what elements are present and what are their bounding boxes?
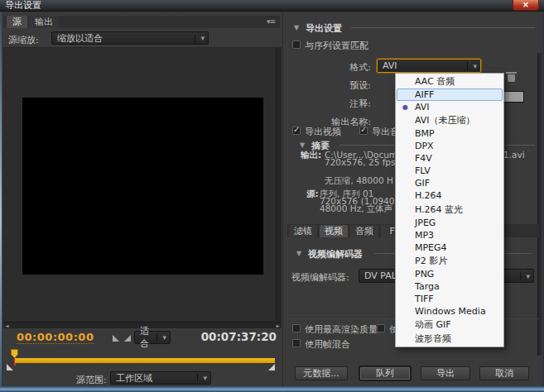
window-edge-left <box>0 12 2 386</box>
frame-blend-label: 使用帧混合 <box>305 338 350 351</box>
source-range-label: 源范围: <box>76 374 107 386</box>
use-previews-checkbox[interactable] <box>377 324 385 332</box>
format-option[interactable]: AAC 音频 <box>397 74 503 88</box>
format-option[interactable]: AIFF <box>397 88 503 101</box>
format-option[interactable]: Targa <box>397 280 503 293</box>
codec-triangle-icon[interactable]: ▼ <box>296 250 301 257</box>
format-option[interactable]: PNG <box>397 268 503 280</box>
duration-timecode: 00:07:37:20 <box>197 330 277 343</box>
zoom-fit-dropdown[interactable]: 适合 <box>134 331 171 344</box>
format-option[interactable]: F4V <box>397 152 503 165</box>
format-label: 格式: <box>282 61 371 74</box>
match-sequence-checkbox[interactable] <box>292 41 301 49</box>
preset-label: 预设: <box>282 79 371 92</box>
selected-radio-icon <box>401 255 411 267</box>
comment-input[interactable] <box>503 91 524 103</box>
export-video-label: 导出视频 <box>305 126 341 138</box>
selected-radio-icon <box>401 178 411 189</box>
current-timecode[interactable]: 00:00:00:00 <box>17 331 94 344</box>
format-option[interactable]: JPEG <box>397 217 503 229</box>
source-range-dropdown[interactable]: 工作区域 <box>110 371 211 385</box>
scroll-left-icon[interactable]: ◄ <box>5 323 9 329</box>
format-option[interactable]: MP3 <box>397 229 503 241</box>
preview-vertical-scrollbar[interactable] <box>276 47 282 322</box>
panel-menu-icon[interactable]: ▾≡ <box>263 17 278 26</box>
selected-radio-icon <box>401 230 411 241</box>
max-quality-label: 使用最高渲染质量 <box>305 323 378 336</box>
source-scaling-label: 源缩放: <box>8 34 39 46</box>
settings-tab[interactable]: 音频 <box>350 225 378 237</box>
summary-output-label: 输出: <box>301 150 321 161</box>
format-option[interactable]: AVI（未压缩） <box>397 113 503 127</box>
summary-output-detail2: 无压缩, 48000 H <box>325 175 393 187</box>
delete-preset-icon[interactable] <box>508 74 515 82</box>
selected-radio-icon <box>401 332 411 345</box>
selected-radio-icon <box>401 281 411 292</box>
format-option[interactable]: 动画 GIF <box>397 318 503 332</box>
work-area-right-handle[interactable] <box>268 364 275 370</box>
format-option[interactable]: P2 影片 <box>397 254 503 268</box>
in-point-icon[interactable] <box>113 335 119 342</box>
format-option[interactable]: AVI <box>397 101 503 113</box>
export-video-checkbox[interactable] <box>292 127 301 135</box>
dialog-title: 导出设置 <box>5 0 41 12</box>
export-audio-checkbox[interactable] <box>359 127 368 135</box>
selected-radio-icon <box>401 294 411 304</box>
export-settings-heading: 导出设置 <box>306 22 342 35</box>
selected-radio-icon <box>401 190 411 201</box>
collapse-triangle-icon[interactable]: ▼ <box>294 24 299 31</box>
format-option[interactable]: H.264 <box>397 189 503 202</box>
selected-radio-icon <box>401 318 411 331</box>
match-sequence-label: 与序列设置匹配 <box>305 40 368 52</box>
selected-radio-icon <box>401 153 411 164</box>
selected-radio-icon <box>401 114 411 127</box>
summary-triangle-icon[interactable]: ▼ <box>300 141 305 149</box>
settings-tab[interactable]: 视频 <box>320 225 348 237</box>
selected-radio-icon <box>401 242 411 253</box>
scroll-right-icon[interactable]: ► <box>276 323 280 329</box>
action-button[interactable]: 队列 <box>359 366 411 380</box>
work-area-left-handle[interactable] <box>7 364 13 370</box>
preview-tab[interactable]: 输出 <box>29 16 59 28</box>
summary-source-detail2: 48000 Hz, 立体声 <box>320 203 392 215</box>
format-option[interactable]: BMP <box>397 127 503 140</box>
codec-heading: 视频编解码器 <box>308 248 363 261</box>
selected-radio-icon <box>401 141 411 151</box>
summary-output-detail: 720x576, 25 fps, <box>325 157 398 167</box>
video-preview-frame <box>22 98 263 275</box>
selected-radio-icon <box>401 269 411 280</box>
preview-tab[interactable]: 源 <box>7 16 27 28</box>
close-button[interactable]: × <box>513 0 539 11</box>
work-area-bar[interactable] <box>15 358 275 363</box>
format-option[interactable]: MPEG4 <box>397 241 503 254</box>
comment-label: 注释: <box>282 98 371 110</box>
selected-radio-icon <box>401 203 411 216</box>
selected-radio-icon <box>401 75 411 88</box>
format-option[interactable]: TIFF <box>397 293 503 305</box>
window-edge-bottom <box>0 386 544 392</box>
format-option[interactable]: GIF <box>397 177 503 189</box>
title-bar[interactable]: 导出设置 <box>0 0 544 12</box>
section-rule <box>351 27 535 28</box>
action-button[interactable]: 取消 <box>479 366 529 380</box>
settings-scrollbar[interactable] <box>537 53 542 356</box>
format-option[interactable]: 波形音频 <box>397 332 503 346</box>
action-button[interactable]: 导出 <box>421 366 470 380</box>
action-button[interactable]: 元数据... <box>295 366 348 380</box>
codec-label: 视频编解码器: <box>291 271 349 284</box>
summary-source-label: 源: <box>306 189 319 200</box>
selected-radio-icon <box>401 89 411 100</box>
format-option[interactable]: DPX <box>397 140 503 152</box>
format-option[interactable]: H.264 蓝光 <box>397 203 503 217</box>
frame-blend-checkbox[interactable] <box>292 339 301 347</box>
selected-radio-icon <box>401 102 411 112</box>
max-quality-checkbox[interactable] <box>292 324 301 332</box>
selected-radio-icon <box>401 128 411 139</box>
settings-tab[interactable]: 滤镜 <box>289 225 317 237</box>
format-option[interactable]: Windows Media <box>397 305 503 318</box>
format-dropdown[interactable]: AVI <box>377 59 481 73</box>
source-scaling-dropdown[interactable]: 缩放以适合 <box>51 31 209 45</box>
out-point-icon[interactable] <box>124 335 131 342</box>
export-settings-dialog: 导出设置 × 源输出 ▾≡ 源缩放: 缩放以适合 ◄ ► 00:00:00:00… <box>0 0 544 392</box>
format-option[interactable]: FLV <box>397 165 503 177</box>
